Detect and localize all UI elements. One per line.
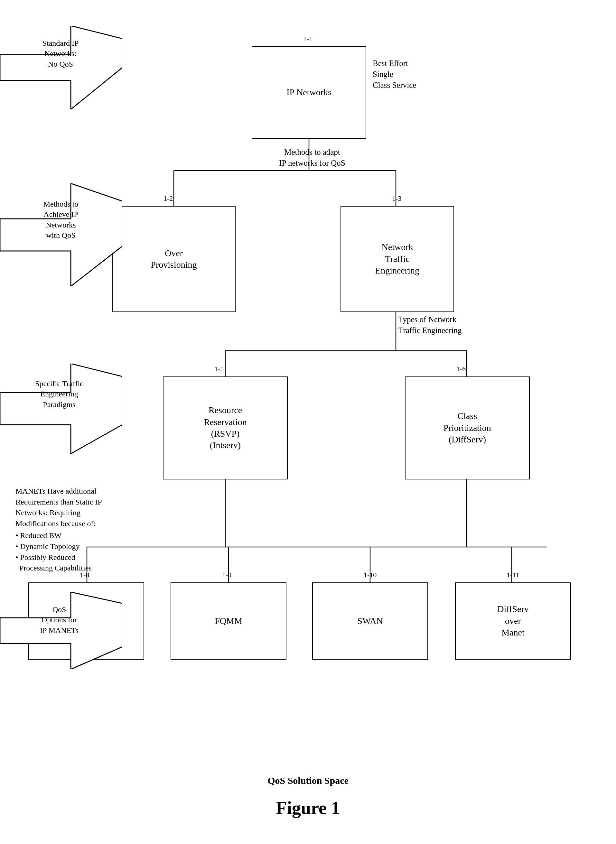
node-diffserv-over-manet: DiffServoverManet xyxy=(455,582,571,659)
node-diffserv-over-manet-label: DiffServoverManet xyxy=(497,603,528,638)
arrow-methods-achieve-label: Methods toAchieve IPNetworkswith QoS xyxy=(4,199,117,241)
arrow-standard-ip-label: Standard IPNetworks:No QoS xyxy=(6,38,115,69)
arrow-qos-options-label: QoSOptions forIP MANETs xyxy=(4,604,114,636)
node-over-provisioning: OverProvisioning xyxy=(112,206,236,312)
node-id-1-11: 1-11 xyxy=(507,571,519,579)
node-fqmm-label: FQMM xyxy=(215,615,242,627)
figure-title: Figure 1 xyxy=(0,798,616,818)
node-swan: SWAN xyxy=(312,582,428,659)
node-id-1-2: 1-2 xyxy=(163,194,173,203)
node-id-1-5: 1-5 xyxy=(214,365,224,373)
node-id-1-3: 1-3 xyxy=(392,194,401,203)
node-id-1-6: 1-6 xyxy=(456,365,466,373)
label-types-nte: Types of NetworkTraffic Engineering xyxy=(399,314,462,336)
node-fqmm: FQMM xyxy=(170,582,286,659)
arrow-specific-traffic-label: Specific TrafficEngineeringParadigms xyxy=(4,378,114,410)
label-manets-requirements: MANETs Have additionalRequirements than … xyxy=(15,486,163,574)
node-network-traffic-engineering: NetworkTrafficEngineering xyxy=(340,206,454,312)
node-ip-networks-label: IP Networks xyxy=(286,86,331,98)
node-resource-reservation: ResourceReservation(RSVP)(Intserv) xyxy=(163,377,288,479)
node-id-1-9: 1-9 xyxy=(222,571,232,579)
node-id-1-1: 1-1 xyxy=(303,35,312,43)
figure-subtitle: QoS Solution Space xyxy=(0,775,616,786)
node-ip-networks: IP Networks xyxy=(252,46,366,139)
node-resource-reservation-label: ResourceReservation(RSVP)(Intserv) xyxy=(204,404,247,451)
node-network-traffic-engineering-label: NetworkTrafficEngineering xyxy=(375,241,419,276)
node-class-prioritization-label: ClassPrioritization(DiffServ) xyxy=(443,410,491,445)
node-swan-label: SWAN xyxy=(357,615,383,627)
node-class-prioritization: ClassPrioritization(DiffServ) xyxy=(405,377,530,479)
label-methods-adapt: Methods to adaptIP networks for QoS xyxy=(232,147,393,169)
label-best-effort: Best EffortSingleClass Service xyxy=(373,58,416,91)
node-id-1-10: 1-10 xyxy=(364,571,377,579)
node-over-provisioning-label: OverProvisioning xyxy=(151,248,197,271)
